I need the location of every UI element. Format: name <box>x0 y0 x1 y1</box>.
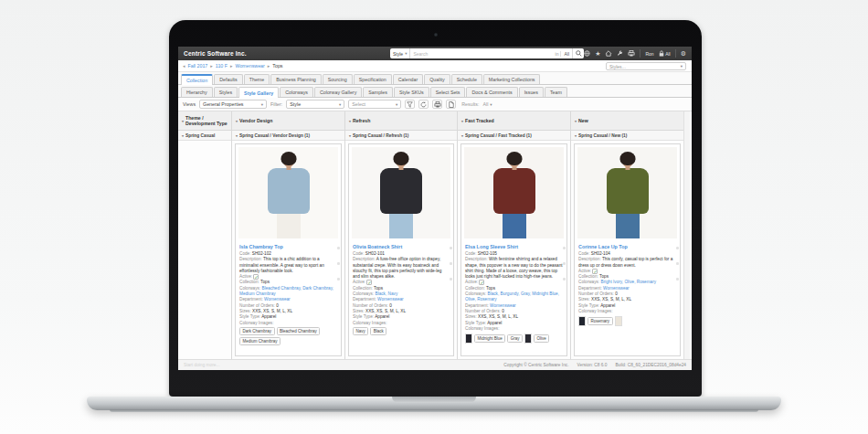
global-search: Style ▾ Search in All <box>390 48 584 58</box>
department-link[interactable]: Womenswear <box>264 297 291 302</box>
tools-wrench-icon[interactable] <box>617 50 623 57</box>
column-header[interactable]: ▾ Refresh <box>345 111 457 131</box>
view-selector[interactable]: General Properties ▾ <box>199 100 267 109</box>
card-details: Isla Chambray Top Code: SH02-102 Descrip… <box>236 241 341 347</box>
tab-team[interactable]: Team <box>545 87 567 97</box>
tab-collection[interactable]: Collection <box>181 74 213 85</box>
tab-colorways[interactable]: Colorways <box>280 87 313 97</box>
group-row[interactable]: ▾ Spring Casual / Vendor Design (1) <box>232 131 344 141</box>
colorway-chip[interactable]: Navy <box>353 327 368 335</box>
colorway-images-label: Colorway Images: <box>465 326 563 332</box>
tab-samples[interactable]: Samples <box>363 87 393 97</box>
search-scope-select[interactable]: Style ▾ <box>390 48 410 58</box>
secondary-tab-bar: Hierarchy Styles Style Gallery Colorways… <box>178 85 692 98</box>
product-title-link[interactable]: Elsa Long Sleeve Shirt <box>465 244 563 249</box>
group-row[interactable]: ▾ Spring Casual / Fast Tracked (1) <box>458 131 570 141</box>
tab-styles[interactable]: Styles <box>214 87 238 97</box>
active-checkbox[interactable]: ✓ <box>366 280 372 285</box>
product-photo[interactable] <box>238 147 338 238</box>
colorway-images-label: Colorway Images: <box>239 321 337 326</box>
column-header[interactable]: ▾ Theme / Development Type <box>178 111 231 131</box>
tab-defaults[interactable]: Defaults <box>214 74 242 84</box>
active-checkbox[interactable]: ✓ <box>479 280 484 285</box>
apply-filter-button[interactable] <box>405 100 415 109</box>
tab-docs-comments[interactable]: Docs & Comments <box>466 87 517 97</box>
colorway-chip[interactable]: Olive <box>534 334 549 343</box>
column-header[interactable]: ▾ New <box>571 111 683 131</box>
tab-colorway-gallery[interactable]: Colorway Gallery <box>314 87 362 97</box>
tab-style-gallery[interactable]: Style Gallery <box>238 87 279 98</box>
colorway-thumbnail[interactable] <box>465 333 472 344</box>
refresh-button[interactable] <box>418 100 429 109</box>
search-button[interactable] <box>572 48 584 58</box>
colorway-chip[interactable]: Gray <box>507 334 523 343</box>
tab-specification[interactable]: Specification <box>354 74 392 84</box>
settings-gear-icon[interactable]: ⚙ <box>681 50 686 57</box>
tab-quality[interactable]: Quality <box>424 74 450 84</box>
tab-marketing-collections[interactable]: Marketing Collections <box>483 74 541 84</box>
product-title-link[interactable]: Olivia Boatneck Shirt <box>353 244 450 249</box>
print-button[interactable] <box>432 100 442 109</box>
filter-type-select[interactable]: Style ▾ <box>286 100 344 109</box>
export-button[interactable] <box>446 100 456 109</box>
group-row[interactable]: ▾ Spring Casual / Refresh (1) <box>345 131 457 141</box>
active-checkbox[interactable]: ✓ <box>592 269 598 274</box>
photo-pants-shape <box>277 212 301 238</box>
colorway-thumbnail[interactable] <box>615 316 622 326</box>
print-icon[interactable] <box>628 50 635 57</box>
colorway-chip[interactable]: Rosemary <box>587 317 613 325</box>
colorway-chip[interactable]: Dark Chambray <box>239 327 275 335</box>
breadcrumb-womenswear[interactable]: Womenswear <box>236 63 265 69</box>
colorway-thumbnail[interactable] <box>578 316 586 326</box>
product-title-link[interactable]: Corinne Lace Up Top <box>578 244 676 249</box>
column-header[interactable]: ▾ Vendor Design <box>232 111 344 131</box>
tab-select-sets[interactable]: Select Sets <box>430 87 466 97</box>
column-header[interactable]: ▾ Fast Tracked <box>458 111 570 131</box>
colorway-chip[interactable]: Medium Chambray <box>239 337 281 345</box>
search-in-scope-select[interactable]: All <box>560 51 572 57</box>
breadcrumb-separator-icon: ▸ <box>230 63 233 69</box>
group-row-spring-casual[interactable]: ▾ Spring Casual <box>178 131 231 141</box>
tab-sourcing[interactable]: Sourcing <box>323 74 353 84</box>
colorways-links[interactable]: Black, Navy <box>376 291 398 296</box>
product-card-corinne-lace-up-top: Corinne Lace Up Top Code: SH02-104 Descr… <box>574 143 681 356</box>
breadcrumb-fall-2017[interactable]: Fall 2017 <box>188 63 208 69</box>
favorites-star-icon[interactable]: ★ <box>595 50 600 57</box>
active-checkbox[interactable]: ✓ <box>253 274 259 280</box>
collapse-chevron-icon: ▾ <box>349 119 351 123</box>
tab-theme[interactable]: Theme <box>244 74 270 84</box>
styles-dropdown[interactable]: Styles... ▾ <box>606 62 686 70</box>
colorway-chip[interactable]: Bleached Chambray <box>277 327 321 335</box>
user-menu[interactable]: Ron <box>645 51 653 57</box>
tab-style-skus[interactable]: Style SKUs <box>394 87 429 97</box>
search-input[interactable]: Search <box>410 51 553 57</box>
help-globe-icon[interactable] <box>584 50 590 57</box>
tab-hierarchy[interactable]: Hierarchy <box>181 87 213 97</box>
permission-scope[interactable]: All <box>659 50 671 57</box>
department-link[interactable]: Womenswear <box>603 286 630 291</box>
tab-business-planning[interactable]: Business Planning <box>270 74 322 84</box>
tab-issues[interactable]: Issues <box>519 87 544 97</box>
back-arrow-icon[interactable]: ◂ <box>183 63 185 69</box>
department-link[interactable]: Womenswear <box>490 303 516 308</box>
tab-schedule[interactable]: Schedule <box>451 74 482 84</box>
product-photo[interactable] <box>577 147 677 238</box>
product-card-olivia-boatneck-shirt: Olivia Boatneck Shirt Code: SH02-101 Des… <box>348 143 454 356</box>
product-photo[interactable] <box>464 147 564 238</box>
product-title-link[interactable]: Isla Chambray Top <box>239 244 337 249</box>
group-row[interactable]: ▾ Spring Casual / New (1) <box>571 131 683 141</box>
colorway-chip[interactable]: Midnight Blue <box>474 334 505 343</box>
home-icon[interactable] <box>605 50 612 57</box>
tab-calendar[interactable]: Calendar <box>393 74 424 84</box>
views-label: Views <box>183 101 196 107</box>
breadcrumb-110f[interactable]: 110 F <box>216 63 228 69</box>
collapse-chevron-icon: ▾ <box>461 119 463 123</box>
product-photo[interactable] <box>352 147 450 238</box>
department-link[interactable]: Womenswear <box>377 297 404 302</box>
colorways-links[interactable]: Bright Ivory, Olive, Rosemary <box>601 280 657 284</box>
colorway-chip[interactable]: Black <box>370 327 386 335</box>
filter-value-select[interactable]: Select ▾ <box>348 100 401 109</box>
colorway-thumbnail[interactable] <box>524 333 532 344</box>
results-select[interactable]: All ▾ <box>482 101 492 107</box>
vertical-scrollbar[interactable] <box>683 111 690 359</box>
